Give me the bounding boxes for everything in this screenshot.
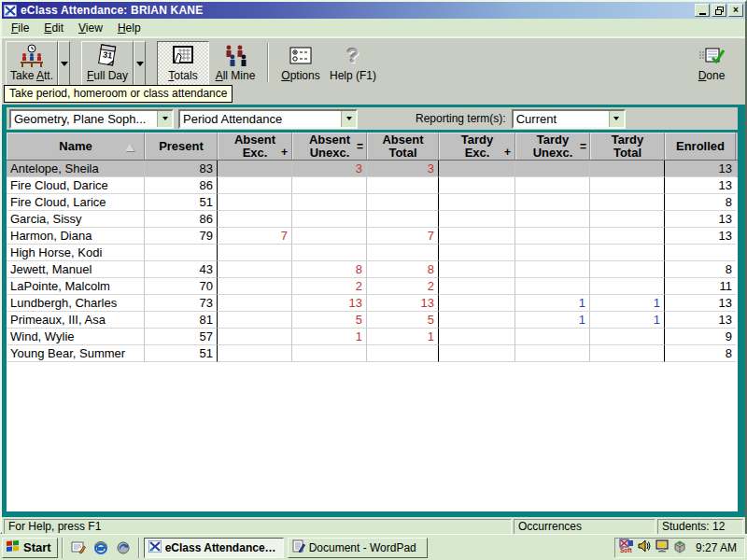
cell-tardy-unexc bbox=[515, 194, 590, 211]
cell-absent-total: 13 bbox=[367, 295, 439, 312]
cell-absent-exc bbox=[218, 345, 292, 362]
attendance-mode-combo[interactable]: Period Attendance bbox=[178, 109, 358, 129]
system-tray: Soft 9:27 AM bbox=[614, 538, 745, 558]
table-row[interactable]: LaPointe, Malcolm702211 bbox=[7, 278, 738, 295]
column-header-absent-total[interactable]: Absent Total bbox=[367, 133, 439, 160]
table-row[interactable]: Wind, Wylie57119 bbox=[7, 329, 738, 345]
cell-tardy-unexc bbox=[515, 278, 590, 295]
class-combo-arrow-icon[interactable] bbox=[157, 111, 172, 127]
task-button-eclass[interactable]: eClass Attendance: BR... bbox=[144, 538, 284, 558]
cell-present: 43 bbox=[145, 261, 218, 278]
table-row[interactable]: Primeaux, III, Asa81551113 bbox=[7, 312, 738, 329]
status-students-count: Students: 12 bbox=[657, 519, 743, 535]
cell-absent-exc bbox=[218, 177, 292, 194]
menu-item-file[interactable]: File bbox=[4, 20, 36, 36]
table-row[interactable]: Fire Cloud, Darice8613 bbox=[7, 177, 738, 194]
restore-button[interactable] bbox=[712, 4, 726, 17]
table-row[interactable]: Lundbergh, Charles7313131113 bbox=[7, 295, 738, 312]
table-row[interactable]: Garcia, Sissy8613 bbox=[7, 211, 738, 228]
cell-absent-exc bbox=[218, 161, 292, 177]
cell-name: Fire Cloud, Larice bbox=[7, 194, 145, 211]
full-day-button[interactable]: 31 Full Day bbox=[81, 41, 134, 86]
cell-name: Wind, Wylie bbox=[7, 329, 145, 345]
table-row[interactable]: Antelope, Sheila833313 bbox=[7, 161, 738, 177]
close-button[interactable]: × bbox=[728, 4, 743, 17]
done-button[interactable]: Done bbox=[684, 41, 740, 86]
taskbar-separator bbox=[138, 538, 140, 558]
start-button[interactable]: Start bbox=[2, 538, 58, 558]
cell-absent-unexc bbox=[292, 228, 367, 245]
table-row[interactable]: High Horse, Kodi bbox=[7, 245, 738, 261]
cell-absent-total: 7 bbox=[367, 228, 439, 245]
column-header-name[interactable]: Name bbox=[7, 133, 145, 160]
internet-explorer-icon[interactable] bbox=[92, 539, 110, 557]
cell-tardy-total bbox=[590, 194, 665, 211]
table-row[interactable]: Young Bear, Summer518 bbox=[7, 345, 738, 362]
soft-tray-icon[interactable]: Soft bbox=[619, 539, 634, 556]
statusbar: For Help, press F1 Occurrences Students:… bbox=[2, 517, 745, 536]
taskbar-clock[interactable]: 9:27 AM bbox=[696, 541, 737, 554]
cell-tardy-exc bbox=[439, 329, 515, 345]
menu-item-edit[interactable]: Edit bbox=[36, 20, 71, 36]
help-button[interactable]: ? Help (F1) bbox=[327, 41, 379, 86]
cell-tardy-exc bbox=[439, 245, 515, 261]
display-icon[interactable] bbox=[655, 539, 669, 556]
column-header-tardy-exc[interactable]: Tardy Exc.+ bbox=[439, 133, 515, 160]
cell-absent-unexc bbox=[292, 211, 367, 228]
attendance-mode-arrow-icon[interactable] bbox=[341, 111, 356, 127]
show-desktop-icon[interactable] bbox=[69, 539, 88, 557]
svg-text:31: 31 bbox=[102, 49, 112, 60]
options-label: Options bbox=[281, 69, 319, 82]
reporting-term-arrow-icon[interactable] bbox=[609, 111, 624, 127]
volume-icon[interactable] bbox=[637, 539, 652, 556]
column-header-label: Tardy Exc. bbox=[447, 133, 507, 160]
take-attendance-label: Take Att. bbox=[10, 69, 53, 82]
wordpad-task-icon bbox=[292, 539, 305, 555]
minimize-button[interactable] bbox=[695, 4, 710, 17]
take-attendance-dropdown-arrow[interactable] bbox=[58, 41, 70, 86]
reporting-term-combo[interactable]: Current bbox=[512, 109, 626, 129]
menu-item-help[interactable]: Help bbox=[110, 20, 148, 36]
options-button[interactable]: Options bbox=[275, 41, 327, 86]
cell-enrolled: 13 bbox=[665, 295, 736, 312]
full-day-dropdown-arrow[interactable] bbox=[134, 41, 146, 86]
column-header-present[interactable]: Present bbox=[145, 133, 218, 160]
column-header-tardy-unexc[interactable]: Tardy Unexc.= bbox=[515, 133, 590, 160]
take-attendance-button[interactable]: Take Att. bbox=[6, 41, 58, 86]
totals-button[interactable]: Totals bbox=[157, 41, 209, 86]
app-window: eClass Attendance: BRIAN KANE × FileEdit… bbox=[0, 0, 747, 534]
cell-present: 57 bbox=[145, 329, 218, 345]
column-header-absent-unexc[interactable]: Absent Unexc.= bbox=[292, 133, 367, 160]
package-icon[interactable] bbox=[672, 539, 687, 556]
cell-absent-unexc: 5 bbox=[292, 312, 367, 329]
table-row[interactable]: Harmon, Diana797713 bbox=[7, 228, 738, 245]
cell-name: Jewett, Manuel bbox=[7, 261, 145, 278]
app-icon bbox=[4, 5, 17, 17]
cell-present: 70 bbox=[145, 278, 218, 295]
tooltip: Take period, homeroom or class attendanc… bbox=[4, 85, 233, 103]
class-combo[interactable]: Geometry, Plane Soph... bbox=[9, 109, 174, 129]
task-button-wordpad[interactable]: Document - WordPad bbox=[288, 538, 428, 558]
table-row[interactable]: Jewett, Manuel43888 bbox=[7, 261, 738, 278]
titlebar: eClass Attendance: BRIAN KANE × bbox=[2, 2, 745, 19]
plus-symbol: + bbox=[281, 146, 288, 159]
full-day-icon: 31 bbox=[95, 44, 120, 68]
table-row[interactable]: Fire Cloud, Larice518 bbox=[7, 194, 738, 211]
column-header-tardy-total[interactable]: Tardy Total bbox=[590, 133, 665, 160]
all-mine-button[interactable]: All Mine bbox=[209, 41, 261, 86]
outlook-icon[interactable] bbox=[114, 539, 133, 557]
cell-present: 73 bbox=[145, 295, 218, 312]
column-header-absent-exc[interactable]: Absent Exc.+ bbox=[218, 133, 292, 160]
cell-tardy-total bbox=[590, 345, 665, 362]
cell-tardy-exc bbox=[439, 161, 515, 177]
column-header-enrolled[interactable]: Enrolled bbox=[665, 133, 736, 160]
menu-item-view[interactable]: View bbox=[71, 20, 110, 36]
cell-absent-total: 1 bbox=[367, 329, 439, 345]
class-combo-value: Geometry, Plane Soph... bbox=[11, 111, 157, 127]
start-label: Start bbox=[23, 540, 51, 554]
cell-present: 51 bbox=[145, 194, 218, 211]
cell-tardy-unexc: 1 bbox=[515, 295, 590, 312]
cell-tardy-unexc bbox=[515, 161, 590, 177]
menubar: FileEditViewHelp bbox=[2, 19, 745, 37]
cell-absent-unexc: 13 bbox=[292, 295, 367, 312]
